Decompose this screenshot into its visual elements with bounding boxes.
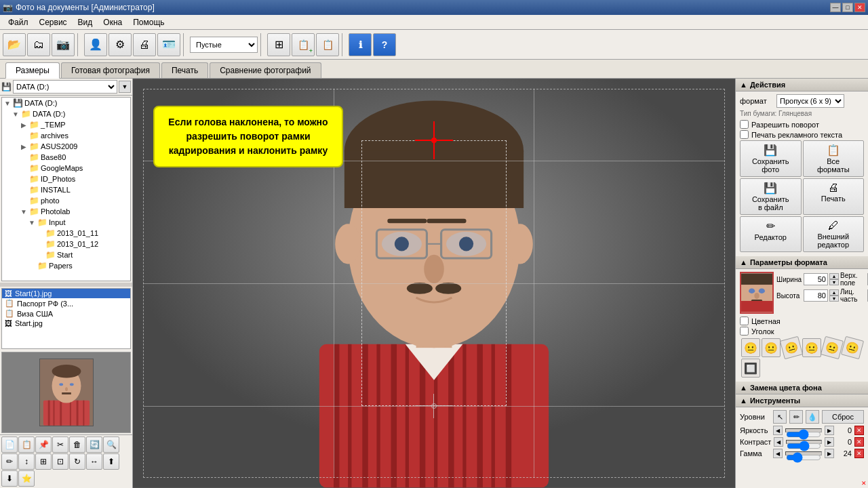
tab-ready-photo[interactable]: Готовая фотография xyxy=(61,62,160,78)
levels-cursor-btn[interactable]: ↖ xyxy=(773,410,787,424)
image-area[interactable]: Если голова наклонена, то можно разрешит… xyxy=(133,79,735,488)
tree-item-idphotos[interactable]: 📁 ID_Photos xyxy=(2,174,130,184)
menu-file[interactable]: Файл xyxy=(3,16,34,28)
ft-grid-btn[interactable]: ⊞ xyxy=(35,453,52,470)
ft-crop-btn[interactable]: ⊡ xyxy=(52,453,68,470)
tab-print[interactable]: Печать xyxy=(161,62,208,78)
ft-flip-btn[interactable]: ↔ xyxy=(86,453,102,470)
tb-folder-button[interactable]: 🗂 xyxy=(27,33,50,56)
menu-windows[interactable]: Окна xyxy=(98,16,127,28)
ft-cut-btn[interactable]: ✂ xyxy=(52,436,68,453)
tree-item-photo[interactable]: 📁 photo xyxy=(2,195,130,206)
tb-settings-button[interactable]: ⚙ xyxy=(108,33,132,56)
brightness-right[interactable]: ▶ xyxy=(825,426,834,435)
save-photo-button[interactable]: 💾 Сохранитьфото xyxy=(740,140,802,177)
allow-rotation-checkbox[interactable] xyxy=(740,120,749,129)
color-checkbox[interactable] xyxy=(740,317,749,325)
ft-paste-btn[interactable]: 📌 xyxy=(35,436,52,453)
save-file-button[interactable]: 💾 Сохранитьв файл xyxy=(740,178,802,215)
width-down[interactable]: ▼ xyxy=(829,279,839,285)
file-item-passport[interactable]: 📋 Паспорт РФ (3... xyxy=(2,298,130,308)
maximize-button[interactable]: □ xyxy=(842,3,853,12)
print-ad-checkbox[interactable] xyxy=(740,130,749,139)
minimize-button[interactable]: — xyxy=(830,3,841,12)
menu-view[interactable]: Вид xyxy=(73,16,98,28)
contrast-reset[interactable]: ✕ xyxy=(854,437,864,447)
tree-item-temp[interactable]: ▶ 📁 _TEMP xyxy=(2,119,130,130)
file-tree[interactable]: ▼ 💾 DATA (D:) ▼ 📁 DATA (D:) ▶ 📁 _TEMP 📁 … xyxy=(1,97,131,281)
contrast-slider[interactable] xyxy=(787,441,821,451)
tb-camera-button[interactable]: 📷 xyxy=(52,33,75,56)
format-params-header[interactable]: ▲ Параметры формата xyxy=(736,256,868,269)
format-select[interactable]: Пропуск (6 x 9) Паспорт РФ Виза США xyxy=(776,94,844,108)
face-icon-2[interactable]: 😐 xyxy=(762,338,781,357)
file-item-visa[interactable]: 📋 Виза США xyxy=(2,308,130,319)
tb-delete-button[interactable]: 📋✕ xyxy=(316,33,339,56)
tb-open-button[interactable]: 📂 xyxy=(3,33,26,56)
tb-help-button[interactable]: ? xyxy=(373,33,396,56)
gamma-track[interactable] xyxy=(785,451,822,455)
contrast-track[interactable] xyxy=(786,440,822,444)
contrast-right[interactable]: ▶ xyxy=(825,437,834,447)
height-down[interactable]: ▼ xyxy=(829,296,839,302)
tree-item-input[interactable]: ▼ 📁 Input xyxy=(2,217,130,228)
tree-item-data-root[interactable]: ▼ 💾 DATA (D:) xyxy=(2,98,130,108)
tree-item-data[interactable]: ▼ 📁 DATA (D:) xyxy=(2,108,130,119)
tb-id-button[interactable]: 🪪 xyxy=(157,33,180,56)
face-icon-1[interactable]: 😐 xyxy=(741,338,760,357)
ft-delete-btn[interactable]: 🗑 xyxy=(69,436,85,453)
ft-move-btn[interactable]: ↕ xyxy=(18,453,35,470)
all-formats-button[interactable]: 📋 Всеформаты xyxy=(803,140,865,177)
tree-item-googlemaps[interactable]: 📁 GoogleMaps xyxy=(2,163,130,174)
tb-grid-button[interactable]: ⊞ xyxy=(267,33,290,56)
ft-edit-btn[interactable]: ✏ xyxy=(1,453,18,470)
gamma-slider[interactable] xyxy=(786,452,821,463)
face-icon-3[interactable]: 😐 xyxy=(780,336,803,359)
tree-item-archives[interactable]: 📁 archives xyxy=(2,130,130,141)
brightness-track[interactable] xyxy=(785,428,822,432)
face-icon-5[interactable]: 😐 xyxy=(821,336,844,359)
height-input[interactable] xyxy=(804,289,828,302)
tree-item-start[interactable]: 📁 Start xyxy=(2,249,130,260)
ft-copy-btn[interactable]: 📋 xyxy=(18,436,35,453)
tree-item-asus2009[interactable]: ▶ 📁 ASUS2009 xyxy=(2,141,130,152)
tree-item-2013-01-12[interactable]: 📁 2013_01_12 xyxy=(2,239,130,249)
face-icon-4[interactable]: 😐 xyxy=(802,338,821,357)
gamma-left[interactable]: ◀ xyxy=(773,449,783,458)
contrast-left[interactable]: ◀ xyxy=(774,437,783,447)
menu-help[interactable]: Помощь xyxy=(127,16,170,28)
toolbar-dropdown[interactable]: Пустые Все xyxy=(190,37,258,53)
tree-item-photolab[interactable]: ▼ 📁 Photolab xyxy=(2,206,130,217)
tree-item-papers[interactable]: 📁 Papers xyxy=(2,260,130,271)
height-up[interactable]: ▲ xyxy=(829,289,839,296)
drive-dropdown-btn[interactable]: ▼ xyxy=(119,81,131,93)
tb-print-button[interactable]: 🖨 xyxy=(133,33,156,56)
face-icon-6[interactable]: 😐 xyxy=(841,336,864,359)
width-input[interactable] xyxy=(804,273,828,285)
ft-up-btn[interactable]: ⬆ xyxy=(103,453,119,470)
drive-select[interactable]: DATA (D:) xyxy=(13,80,117,94)
levels-eyedrop-btn[interactable]: 💧 xyxy=(806,410,819,424)
ft-down-btn[interactable]: ⬇ xyxy=(1,470,18,487)
tb-info-button[interactable]: ℹ xyxy=(349,33,372,56)
tools-header[interactable]: ▲ Инструменты xyxy=(736,394,868,407)
editor-button[interactable]: ✏ Редактор xyxy=(740,216,802,252)
levels-pick-btn[interactable]: ✏ xyxy=(789,410,803,424)
menu-service[interactable]: Сервис xyxy=(34,16,73,28)
ft-star-btn[interactable]: ⭐ xyxy=(18,470,35,487)
ft-zoom-btn[interactable]: 🔍 xyxy=(103,436,119,453)
close-button[interactable]: ✕ xyxy=(854,3,865,12)
ft-rotate-btn[interactable]: ↻ xyxy=(69,453,85,470)
brightness-left[interactable]: ◀ xyxy=(773,426,783,435)
bg-replace-header[interactable]: ▲ Замена цвета фона xyxy=(736,382,868,394)
file-list[interactable]: 🖼 Start(1).jpg 📋 Паспорт РФ (3... 📋 Виза… xyxy=(1,288,131,349)
brightness-reset[interactable]: ✕ xyxy=(854,426,864,435)
file-item-start1[interactable]: 🖼 Start(1).jpg xyxy=(2,289,130,298)
face-icon-7[interactable]: 🔲 xyxy=(741,359,760,378)
tb-person-button[interactable]: 👤 xyxy=(84,33,107,56)
brightness-slider[interactable] xyxy=(786,429,821,440)
reset-btn[interactable]: Сброс xyxy=(822,410,864,424)
corner-checkbox[interactable] xyxy=(740,327,749,336)
tab-sizes[interactable]: Размеры xyxy=(5,62,60,79)
print-button[interactable]: 🖨 Печать xyxy=(803,178,865,215)
